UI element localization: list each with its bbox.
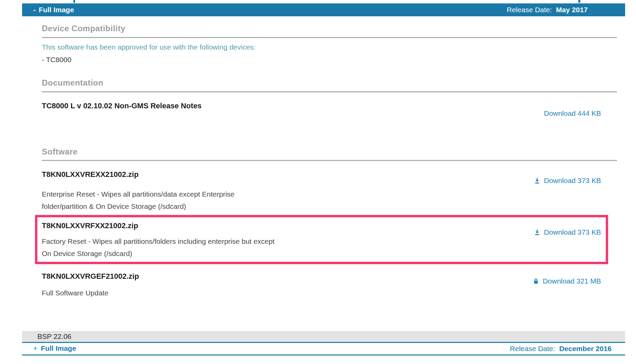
bsp-version-bar: BSP 22.06 [22, 331, 625, 342]
release-date: Release Date:May 2017 [507, 6, 588, 14]
software-description: Full Software Update [42, 289, 108, 297]
software-download-label: Download 373 KB [544, 228, 601, 236]
section-heading-documentation: Documentation [42, 78, 103, 88]
software-download-link[interactable]: Download 373 KB [533, 177, 601, 185]
minus-icon: - [33, 6, 36, 14]
software-filename: T8KN0LXXVREXX21002.zip [42, 170, 139, 179]
release-toggle-label: Full Image [41, 344, 76, 352]
software-download-label: Download 373 KB [544, 177, 601, 185]
document-download-label: Download 444 KB [544, 109, 601, 117]
bsp-version-label: BSP 22.06 [37, 332, 71, 340]
release-date-value: December 2016 [559, 345, 612, 352]
section-heading-software: Software [42, 147, 77, 157]
divider-line [22, 354, 625, 356]
release-date-label: Release Date: [507, 6, 552, 14]
document-title: TC8000 L v 02.10.02 Non-GMS Release Note… [42, 102, 201, 110]
section-heading-device-compatibility: Device Compatibility [42, 24, 125, 33]
software-downloads-page: -Full Image Release Date:May 2017 Device… [0, 0, 636, 364]
collapse-release-toggle[interactable]: -Full Image [33, 6, 74, 14]
software-filename: T8KN0LXXVRGEF21002.zip [42, 272, 139, 281]
divider-line [22, 342, 625, 343]
lock-icon [532, 278, 540, 285]
plus-icon: + [33, 344, 37, 352]
release-date: Release Date:December 2016 [510, 345, 612, 353]
cutoff-text-artifact [73, 0, 75, 3]
release-toggle-label: Full Image [39, 6, 74, 14]
software-description: folder/partition & On Device Storage (/s… [42, 202, 186, 211]
section-divider [42, 160, 617, 161]
software-download-label: Download 321 MB [543, 277, 601, 285]
download-icon [533, 177, 541, 184]
software-filename: T8KN0LXXVRFXX21002.zip [42, 221, 138, 230]
software-description: On Device Storage (/sdcard) [42, 250, 132, 258]
release-date-label: Release Date: [510, 345, 555, 352]
software-download-link[interactable]: Download 373 KB [533, 228, 601, 236]
compatibility-intro-text: This software has been approved for use … [42, 43, 255, 51]
compatible-device-item: - TC8000 [42, 56, 71, 64]
cutoff-text-artifact [578, 0, 580, 3]
section-divider [42, 91, 617, 92]
section-divider [42, 37, 617, 38]
expand-release-toggle[interactable]: +Full Image [33, 344, 76, 352]
document-download-link[interactable]: Download 444 KB [544, 109, 601, 117]
release-header-bar: -Full Image Release Date:May 2017 [22, 3, 625, 16]
download-icon [533, 229, 541, 236]
software-description: Factory Reset - Wipes all partitions/fol… [42, 237, 275, 245]
software-description: Enterprise Reset - Wipes all partitions/… [42, 190, 234, 198]
software-download-link[interactable]: Download 321 MB [532, 277, 601, 285]
release-date-value: May 2017 [556, 6, 588, 14]
